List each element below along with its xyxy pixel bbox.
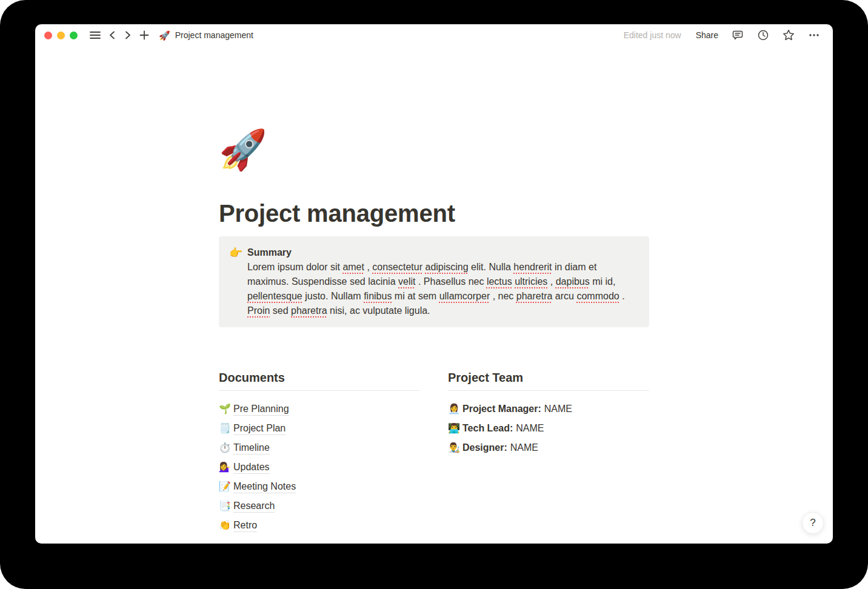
documents-heading: Documents <box>219 370 420 391</box>
document-link-label: Project Plan <box>233 422 285 435</box>
summary-text-segment: nisi, ac vulputate ligula. <box>330 305 430 316</box>
summary-heading: Summary <box>247 245 639 260</box>
zoom-window-button[interactable] <box>70 32 78 39</box>
question-mark-icon: ? <box>810 517 815 529</box>
team-member-emoji-icon: 👨‍💻 <box>448 422 462 435</box>
team-member-role: Designer: <box>462 442 507 453</box>
document-page-link[interactable]: 💁‍♀️ Updates <box>219 458 420 477</box>
favorite-button[interactable] <box>783 29 795 41</box>
pointing-right-icon: 👉 <box>229 245 247 260</box>
page-content: 🚀 Project management 👉 Summary Lorem ips… <box>219 46 649 535</box>
team-member-emoji-icon: 👨‍🎨 <box>448 441 462 454</box>
summary-callout-body: Summary Lorem ipsum dolor sit amet , con… <box>247 245 639 318</box>
help-button[interactable]: ? <box>802 512 824 534</box>
document-link-label: Updates <box>233 461 270 474</box>
document-link-label: Retro <box>233 519 257 532</box>
summary-text-segment: justo. Nullam <box>305 291 364 301</box>
summary-text-segment: mi at sem <box>395 291 439 301</box>
page-icon-rocket[interactable]: 🚀 <box>219 126 266 173</box>
comment-bubble-icon <box>732 29 744 41</box>
two-column-section: Documents 🌱 Pre Planning 🗒️ Project Plan <box>219 370 649 535</box>
team-member-row: 👩‍💼 Project Manager: NAME <box>448 399 649 419</box>
document-emoji-icon: ⏱️ <box>219 441 233 454</box>
document-page-link[interactable]: ⏱️ Timeline <box>219 438 420 458</box>
close-window-button[interactable] <box>44 32 52 39</box>
titlebar-actions: Edited just now Share <box>624 28 824 42</box>
team-column: Project Team 👩‍💼 Project Manager: NAME 👨 <box>448 370 649 535</box>
sidebar-menu-button[interactable] <box>90 31 101 39</box>
summary-text-segment: arcu <box>555 291 577 301</box>
summary-text-segment: finibus <box>364 291 392 301</box>
summary-text-segment: pharetra <box>291 305 327 316</box>
summary-text-segment: pharetra <box>516 291 553 301</box>
new-page-button[interactable] <box>139 30 149 40</box>
document-emoji-icon: 💁‍♀️ <box>219 461 233 474</box>
summary-text-segment: sed <box>273 305 291 316</box>
document-emoji-icon: 🌱 <box>219 402 233 416</box>
document-page-link[interactable]: 🗒️ Project Plan <box>219 419 420 438</box>
summary-text-segment: consectetur <box>372 262 422 272</box>
summary-text-segment: , <box>367 262 372 272</box>
team-list: 👩‍💼 Project Manager: NAME 👨‍💻 Tech Lead:… <box>448 399 649 458</box>
share-button[interactable]: Share <box>692 28 722 42</box>
comments-button[interactable] <box>732 29 744 41</box>
page-emoji-icon: 🚀 <box>159 31 170 40</box>
breadcrumb-page-title[interactable]: 🚀 Project management <box>159 30 253 40</box>
team-heading: Project Team <box>448 370 649 391</box>
document-page-link[interactable]: 📝 Meeting Notes <box>219 477 420 496</box>
team-member-row: 👨‍🎨 Designer: NAME <box>448 438 649 458</box>
summary-text-segment: . <box>622 291 624 301</box>
document-emoji-icon: 📝 <box>219 480 233 493</box>
documents-column: Documents 🌱 Pre Planning 🗒️ Project Plan <box>219 370 420 535</box>
summary-text: Lorem ipsum dolor sit amet , consectetur… <box>247 260 639 318</box>
summary-text-segment: hendrerit <box>513 262 552 272</box>
star-icon <box>783 29 795 41</box>
document-page-link[interactable]: 📑 Research <box>219 496 420 516</box>
page-title: Project management <box>219 199 649 228</box>
app-window: 🚀 Project management Edited just now Sha… <box>35 24 833 544</box>
team-member-name: NAME <box>544 404 572 414</box>
summary-text-segment: Lorem ipsum dolor sit <box>247 262 342 272</box>
document-link-label: Research <box>233 499 275 513</box>
team-member-name: NAME <box>516 423 544 434</box>
summary-text-segment: adipiscing <box>425 262 468 272</box>
screen-background: 🚀 Project management Edited just now Sha… <box>0 0 868 589</box>
summary-text-segment: . Phasellus nec <box>418 276 487 287</box>
more-options-button[interactable] <box>808 29 820 41</box>
summary-text-segment: Proin <box>247 305 270 316</box>
document-link-label: Meeting Notes <box>233 480 296 493</box>
back-button[interactable] <box>108 30 116 40</box>
summary-text-segment: dapibus <box>556 276 590 287</box>
document-link-label: Timeline <box>233 441 270 454</box>
titlebar: 🚀 Project management Edited just now Sha… <box>35 24 833 46</box>
summary-text-segment: , nec <box>493 291 516 301</box>
team-member-role: Project Manager: <box>462 404 541 414</box>
summary-text-segment: commodo <box>576 291 619 301</box>
team-member-role: Tech Lead: <box>462 423 513 434</box>
summary-text-segment: ullamcorper <box>439 291 490 301</box>
summary-text-segment: elit. Nulla <box>471 262 513 272</box>
document-page-link[interactable]: 🌱 Pre Planning <box>219 399 420 419</box>
summary-text-segment: amet <box>342 262 364 272</box>
minimize-window-button[interactable] <box>57 32 65 39</box>
traffic-lights <box>44 32 78 39</box>
team-member-name: NAME <box>510 442 538 453</box>
plus-icon <box>139 30 149 40</box>
team-member-emoji-icon: 👩‍💼 <box>448 402 462 416</box>
document-emoji-icon: 👏 <box>219 519 233 532</box>
team-member-row: 👨‍💻 Tech Lead: NAME <box>448 419 649 438</box>
summary-text-segment: lectus <box>487 276 512 287</box>
breadcrumb-label: Project management <box>175 30 253 40</box>
document-link-label: Pre Planning <box>233 402 289 416</box>
chevron-left-icon <box>108 30 116 40</box>
forward-button[interactable] <box>124 30 132 40</box>
page-history-button[interactable] <box>757 29 769 41</box>
summary-text-segment: , <box>550 276 556 287</box>
hamburger-menu-icon <box>90 31 101 39</box>
summary-text-segment: velit <box>398 276 415 287</box>
summary-text-segment: mi id, <box>592 276 615 287</box>
ellipsis-icon <box>808 29 820 41</box>
summary-callout: 👉 Summary Lorem ipsum dolor sit amet , c… <box>219 236 649 327</box>
document-page-link[interactable]: 👏 Retro <box>219 516 420 535</box>
summary-text-segment: ultricies <box>515 276 547 287</box>
